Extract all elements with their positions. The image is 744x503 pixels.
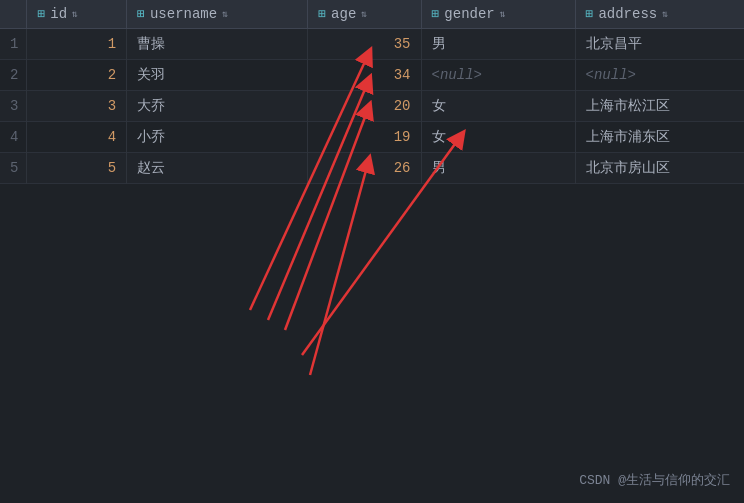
table-row[interactable]: 22关羽34<null><null> [0, 60, 744, 91]
username-sort-icon: ⇅ [222, 8, 228, 20]
cell-username: 小乔 [127, 122, 308, 153]
id-col-icon: ⊞ [37, 6, 45, 22]
row-number: 1 [0, 29, 27, 60]
cell-address: 北京市房山区 [575, 153, 744, 184]
col-header-rownum [0, 0, 27, 29]
col-header-address[interactable]: ⊞ address ⇅ [575, 0, 744, 29]
gender-sort-icon: ⇅ [500, 8, 506, 20]
age-sort-icon: ⇅ [361, 8, 367, 20]
col-gender-label: gender [444, 6, 494, 22]
cell-id: 1 [27, 29, 127, 60]
gender-col-icon: ⊞ [432, 6, 440, 22]
cell-gender: 女 [421, 122, 575, 153]
username-col-icon: ⊞ [137, 6, 145, 22]
col-address-label: address [598, 6, 657, 22]
cell-address: 上海市浦东区 [575, 122, 744, 153]
cell-age: 19 [308, 122, 421, 153]
data-table: ⊞ id ⇅ ⊞ username ⇅ ⊞ age [0, 0, 744, 184]
table-row[interactable]: 55赵云26男北京市房山区 [0, 153, 744, 184]
col-username-label: username [150, 6, 217, 22]
table-row[interactable]: 33大乔20女上海市松江区 [0, 91, 744, 122]
col-header-username[interactable]: ⊞ username ⇅ [127, 0, 308, 29]
cell-address: 上海市松江区 [575, 91, 744, 122]
age-col-icon: ⊞ [318, 6, 326, 22]
id-sort-icon: ⇅ [72, 8, 78, 20]
col-age-label: age [331, 6, 356, 22]
col-id-label: id [50, 6, 67, 22]
address-col-icon: ⊞ [586, 6, 594, 22]
col-header-age[interactable]: ⊞ age ⇅ [308, 0, 421, 29]
row-number: 4 [0, 122, 27, 153]
cell-gender: 男 [421, 153, 575, 184]
cell-gender: 女 [421, 91, 575, 122]
row-number: 2 [0, 60, 27, 91]
svg-line-5 [310, 163, 368, 375]
table-row[interactable]: 44小乔19女上海市浦东区 [0, 122, 744, 153]
cell-username: 大乔 [127, 91, 308, 122]
table-container: ⊞ id ⇅ ⊞ username ⇅ ⊞ age [0, 0, 744, 184]
watermark: CSDN @生活与信仰的交汇 [579, 471, 730, 489]
table-header-row: ⊞ id ⇅ ⊞ username ⇅ ⊞ age [0, 0, 744, 29]
cell-gender: <null> [421, 60, 575, 91]
row-number: 5 [0, 153, 27, 184]
cell-username: 赵云 [127, 153, 308, 184]
cell-id: 3 [27, 91, 127, 122]
cell-id: 4 [27, 122, 127, 153]
cell-age: 35 [308, 29, 421, 60]
address-sort-icon: ⇅ [662, 8, 668, 20]
col-header-gender[interactable]: ⊞ gender ⇅ [421, 0, 575, 29]
cell-address: 北京昌平 [575, 29, 744, 60]
cell-username: 关羽 [127, 60, 308, 91]
cell-gender: 男 [421, 29, 575, 60]
cell-username: 曹操 [127, 29, 308, 60]
row-number: 3 [0, 91, 27, 122]
cell-age: 26 [308, 153, 421, 184]
cell-id: 2 [27, 60, 127, 91]
cell-id: 5 [27, 153, 127, 184]
cell-address: <null> [575, 60, 744, 91]
table-row[interactable]: 11曹操35男北京昌平 [0, 29, 744, 60]
cell-age: 34 [308, 60, 421, 91]
cell-age: 20 [308, 91, 421, 122]
col-header-id[interactable]: ⊞ id ⇅ [27, 0, 127, 29]
